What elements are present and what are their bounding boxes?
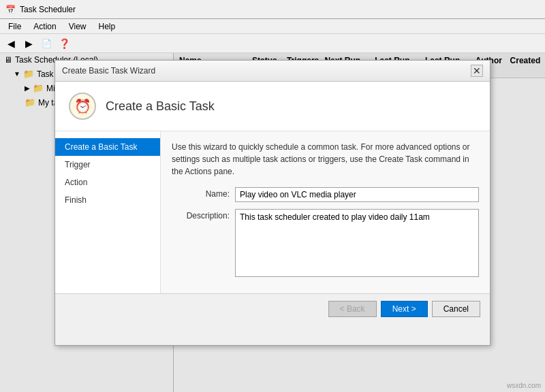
step-finish[interactable]: Finish — [55, 191, 160, 209]
dialog-header: ⏰ Create a Basic Task — [55, 82, 490, 131]
content-panel: Use this wizard to quickly schedule a co… — [161, 131, 490, 293]
title-bar: 📅 Task Scheduler — [0, 0, 545, 19]
form-row-description: Description: This task scheduler created… — [172, 209, 479, 277]
step-create[interactable]: Create a Basic Task — [55, 138, 160, 156]
description-label: Description: — [172, 209, 230, 220]
next-button[interactable]: Next > — [381, 301, 428, 317]
toolbar: ◀ ▶ 📄 ❓ — [0, 34, 545, 53]
menu-bar: File Action View Help — [0, 19, 545, 34]
wizard-icon: ⏰ — [69, 93, 96, 120]
content-description: Use this wizard to quickly schedule a co… — [172, 141, 479, 178]
toolbar-back-btn[interactable]: ◀ — [3, 36, 19, 51]
cancel-button[interactable]: Cancel — [432, 301, 480, 317]
steps-panel: Create a Basic Task Trigger Action Finis… — [55, 131, 161, 293]
dialog-footer: < Back Next > Cancel — [55, 293, 490, 324]
menu-action[interactable]: Action — [28, 20, 61, 33]
modal-overlay: Create Basic Task Wizard ✕ ⏰ Create a Ba… — [0, 53, 545, 392]
menu-view[interactable]: View — [63, 20, 92, 33]
step-action[interactable]: Action — [55, 174, 160, 191]
dialog-header-title: Create a Basic Task — [106, 99, 215, 114]
watermark: wsxdn.com — [507, 382, 541, 389]
app-title: Task Scheduler — [20, 5, 76, 14]
app-icon: 📅 — [5, 5, 16, 14]
back-button[interactable]: < Back — [328, 301, 377, 317]
form-row-name: Name: — [172, 187, 479, 202]
dialog-close-button[interactable]: ✕ — [471, 65, 483, 77]
step-trigger[interactable]: Trigger — [55, 156, 160, 174]
description-textarea[interactable]: This task scheduler created to play vide… — [235, 209, 479, 277]
dialog-title: Create Basic Task Wizard — [62, 66, 155, 76]
dialog-body: Create a Basic Task Trigger Action Finis… — [55, 131, 490, 293]
toolbar-forward-btn[interactable]: ▶ — [20, 36, 37, 51]
name-input[interactable] — [235, 187, 479, 202]
toolbar-file-btn[interactable]: 📄 — [38, 36, 54, 51]
dialog-titlebar: Create Basic Task Wizard ✕ — [55, 61, 490, 82]
menu-file[interactable]: File — [3, 20, 27, 33]
toolbar-help-btn[interactable]: ❓ — [56, 36, 72, 51]
dialog: Create Basic Task Wizard ✕ ⏰ Create a Ba… — [54, 60, 490, 346]
name-label: Name: — [172, 187, 230, 199]
menu-help[interactable]: Help — [93, 20, 121, 33]
